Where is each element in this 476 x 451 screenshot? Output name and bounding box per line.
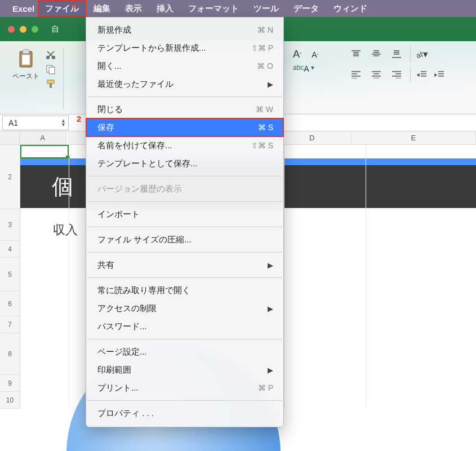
row-header-5[interactable]: 5 — [0, 258, 20, 291]
menu-item-label: 共有 — [97, 260, 114, 271]
menu-item[interactable]: プロパティ . . . — [86, 404, 283, 422]
menubar-item-window[interactable]: ウィンド — [326, 0, 375, 17]
menu-item-label: アクセスの制限 — [97, 303, 157, 314]
chevron-right-icon: ▶ — [268, 366, 273, 374]
orientation-icon[interactable]: ab ▾ — [410, 46, 428, 62]
chevron-right-icon: ▶ — [268, 304, 273, 313]
align-top-icon[interactable] — [347, 46, 365, 62]
income-label: 収入 — [53, 222, 78, 238]
menu-item[interactable]: インポート — [86, 205, 283, 223]
menu-item[interactable]: 名前を付けて保存...⇧⌘ S — [86, 136, 283, 154]
document-title: 自 — [51, 24, 59, 34]
align-bottom-icon[interactable] — [388, 46, 406, 62]
menu-item[interactable]: 印刷範囲▶ — [86, 361, 283, 379]
menu-item-label: プロパティ . . . — [97, 408, 154, 419]
menu-item[interactable]: 保存⌘ S — [86, 118, 283, 136]
cut-icon[interactable] — [43, 48, 59, 61]
menubar-item-data[interactable]: データ — [286, 0, 326, 17]
copy-icon[interactable] — [43, 63, 59, 76]
column-header-A[interactable]: A — [20, 131, 66, 144]
menubar-item-edit[interactable]: 編集 — [86, 0, 118, 17]
column-header-D[interactable]: D — [273, 131, 352, 144]
menubar-label: 表示 — [125, 3, 142, 14]
svg-rect-2 — [22, 55, 30, 65]
increase-indent-icon[interactable] — [430, 67, 448, 82]
name-box[interactable]: A1 ▲▼ — [2, 116, 69, 130]
align-right-icon[interactable] — [388, 67, 406, 82]
menu-item[interactable]: アクセスの制限▶ — [86, 299, 283, 317]
svg-rect-7 — [47, 80, 54, 83]
menu-item[interactable]: テンプレートとして保存... — [86, 154, 283, 173]
menu-item[interactable]: テンプレートから新規作成...⇧⌘ P — [86, 39, 283, 57]
menu-item[interactable]: 新規作成⌘ N — [86, 21, 283, 39]
paste-icon[interactable] — [16, 48, 35, 70]
menu-item[interactable]: 開く...⌘ O — [86, 57, 283, 75]
menu-item-label: ファイル サイズの圧縮... — [97, 235, 192, 245]
menu-item-label: 最近使ったファイル — [97, 79, 174, 90]
menubar-item-tools[interactable]: ツール — [246, 0, 286, 17]
menu-item[interactable]: 常に読み取り専用で開く — [86, 281, 283, 299]
row-header-3[interactable]: 3 — [0, 209, 20, 241]
svg-text:ab: ab — [415, 49, 423, 59]
menu-item-label: パスワード... — [97, 321, 147, 332]
menu-item[interactable]: 閉じる⌘ W — [86, 100, 283, 118]
align-center-icon[interactable] — [367, 67, 385, 82]
menu-separator — [87, 96, 282, 97]
menu-item-label: インポート — [97, 209, 140, 220]
align-middle-icon[interactable] — [367, 46, 385, 62]
row-headers: 2 3 4 5 6 7 8 9 10 — [0, 145, 20, 409]
menu-item[interactable]: プリント...⌘ P — [86, 379, 283, 397]
align-left-icon[interactable] — [347, 67, 365, 82]
menu-item[interactable]: ファイル サイズの圧縮... — [86, 231, 283, 249]
chevron-right-icon: ▶ — [268, 80, 273, 89]
name-box-stepper-icon[interactable]: ▲▼ — [61, 119, 66, 127]
menu-item[interactable]: 最近使ったファイル▶ — [86, 75, 283, 93]
menu-item-label: 閉じる — [97, 104, 123, 115]
app-name[interactable]: Excel — [12, 4, 34, 14]
decrease-font-icon[interactable]: Aˇ — [312, 50, 318, 59]
increase-font-icon[interactable]: Aˆ — [293, 48, 301, 60]
decrease-indent-icon[interactable] — [410, 67, 428, 82]
menu-item-shortcut: ⌘ P — [258, 383, 273, 392]
paste-label: ペースト — [12, 72, 39, 81]
row-header-6[interactable]: 6 — [0, 291, 20, 316]
row-header-4[interactable]: 4 — [0, 241, 20, 258]
ribbon-group-clipboard: ペースト — [8, 48, 64, 109]
menu-separator — [87, 176, 282, 176]
menu-item-label: ページ設定... — [97, 347, 147, 357]
menu-item[interactable]: 共有▶ — [86, 256, 283, 274]
menubar-item-file[interactable]: ファイル — [38, 0, 86, 17]
format-painter-icon[interactable] — [43, 77, 59, 91]
menu-item-shortcut: ⇧⌘ S — [251, 141, 273, 150]
menubar-label: 挿入 — [157, 3, 174, 14]
menubar-item-insert[interactable]: 挿入 — [149, 0, 181, 17]
svg-rect-1 — [23, 50, 29, 54]
row-header-2[interactable]: 2 — [0, 145, 20, 209]
menu-item: バージョン履歴の表示 — [86, 180, 283, 198]
menu-item[interactable]: パスワード... — [86, 317, 283, 335]
menubar-label: ウィンド — [333, 3, 367, 14]
menubar-item-view[interactable]: 表示 — [118, 0, 149, 17]
column-header-E[interactable]: E — [352, 131, 476, 144]
menu-item-label: バージョン履歴の表示 — [97, 184, 182, 194]
callout-badge-1: 1 — [72, 0, 76, 9]
menu-item-shortcut: ⌘ W — [256, 105, 273, 114]
menu-item[interactable]: ページ設定... — [86, 343, 283, 361]
phonetic-guide-icon[interactable]: abcA ▾ — [293, 64, 314, 73]
row-header-7[interactable]: 7 — [0, 316, 20, 333]
menu-separator — [87, 339, 282, 339]
menubar-item-format[interactable]: フォーマット — [181, 0, 246, 17]
active-cell-A1[interactable] — [20, 145, 69, 158]
traffic-close-icon[interactable] — [8, 26, 15, 33]
row-header-8[interactable]: 8 — [0, 333, 20, 375]
menu-separator — [87, 252, 282, 253]
menubar-label: フォーマット — [188, 3, 239, 14]
menu-item-label: 新規作成 — [97, 25, 131, 36]
row-header-9[interactable]: 9 — [0, 375, 20, 392]
menubar-label: 編集 — [94, 3, 110, 14]
row-header-10[interactable]: 10 — [0, 392, 20, 409]
traffic-minimize-icon[interactable] — [20, 26, 26, 33]
menu-item-shortcut: ⌘ N — [257, 25, 273, 34]
traffic-zoom-icon[interactable] — [32, 26, 38, 33]
select-all-corner[interactable] — [0, 131, 20, 144]
